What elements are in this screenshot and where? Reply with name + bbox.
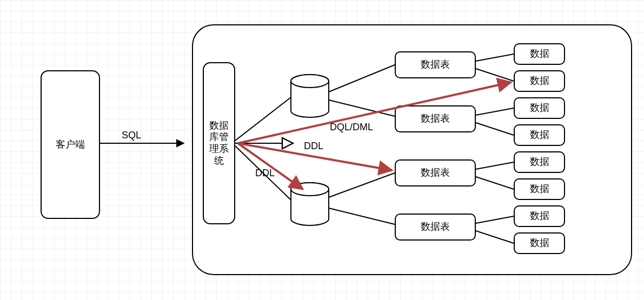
data-1-label: 数据 [530,48,549,60]
client-box: 客户端 [41,70,100,219]
data-3-label: 数据 [530,102,549,114]
data-2: 数据 [514,70,565,92]
sql-label: SQL [122,130,141,141]
table-3-label: 数据表 [421,167,450,179]
data-3: 数据 [514,97,565,119]
data-5: 数据 [514,151,565,173]
data-8: 数据 [514,232,565,254]
data-6-label: 数据 [530,183,549,195]
client-label: 客户端 [56,139,85,151]
data-4-label: 数据 [530,129,549,141]
table-2-label: 数据表 [421,113,450,125]
db1-label: 数据库 [295,102,322,114]
ddl-label-2: DDL [255,168,275,179]
data-5-label: 数据 [530,156,549,168]
ddl-label-1: DDL [304,141,323,152]
data-7-label: 数据 [530,210,549,222]
table-2: 数据表 [395,105,476,132]
table-3: 数据表 [395,159,476,186]
data-7: 数据 [514,205,565,227]
data-6: 数据 [514,178,565,200]
data-1: 数据 [514,43,565,65]
table-1-label: 数据表 [421,59,450,71]
dbms-label: 数据 库管 理系 统 [209,120,229,166]
table-4: 数据表 [395,214,476,241]
data-8-label: 数据 [530,237,549,249]
data-2-label: 数据 [530,75,549,87]
dqldml-label: DQL/DML [330,122,373,133]
data-4: 数据 [514,124,565,146]
table-1: 数据表 [395,51,476,78]
db2-label: 数据库 [295,210,322,222]
table-4-label: 数据表 [421,221,450,233]
dbms-box: 数据 库管 理系 统 [203,62,235,224]
